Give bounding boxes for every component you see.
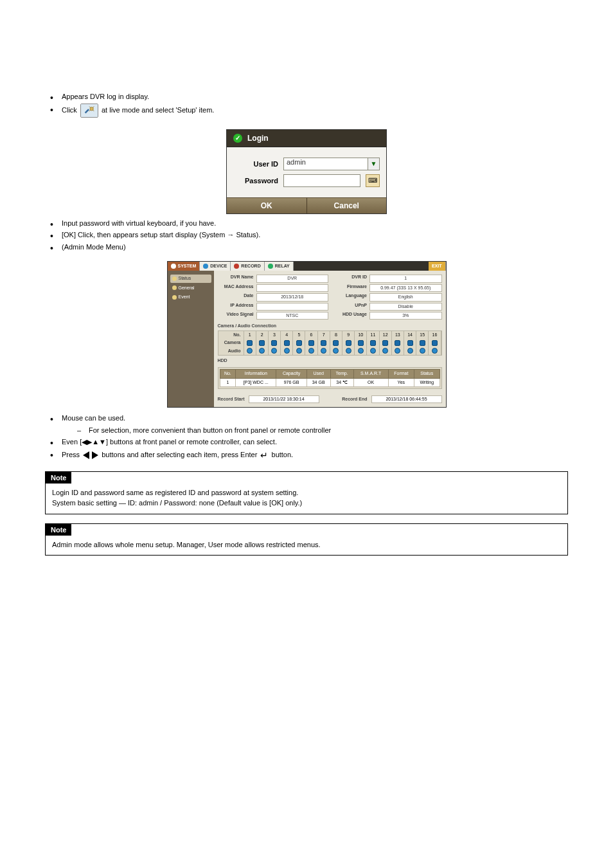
hdd-header-cell: Format bbox=[388, 370, 414, 378]
intro-line-1: Appears DVR log in display. bbox=[50, 91, 568, 102]
video-value: NTSC bbox=[256, 312, 329, 320]
hdd-cell: 976 GB bbox=[276, 378, 306, 386]
login-title-text: Login bbox=[247, 134, 269, 143]
firmware-value: 0.99.47 (33S 13 X 95.65) bbox=[369, 284, 442, 292]
camera-status-icon bbox=[355, 339, 367, 347]
date-label: Date bbox=[218, 293, 256, 301]
mac-value bbox=[256, 284, 329, 292]
hdd-header-cell: Used bbox=[306, 370, 330, 378]
dvr-id-value: 1 bbox=[369, 275, 442, 282]
bullet-icon bbox=[172, 276, 177, 281]
hdd-section-title: HDD bbox=[218, 358, 442, 363]
note-box-2: Note Admin mode allows whole menu setup.… bbox=[45, 523, 568, 556]
hdd-cell: 1 bbox=[220, 378, 236, 386]
camera-table: No. 12345678910111213141516 Camera Audio bbox=[218, 330, 442, 356]
cam-number-row: 12345678910111213141516 bbox=[244, 331, 441, 339]
hdd-data-row: 1[P3] WDC ...976 GB34 GB34 ℃OKYesWriting bbox=[220, 378, 440, 386]
cam-number-cell: 6 bbox=[305, 331, 317, 339]
ok-button[interactable]: OK bbox=[227, 197, 306, 213]
camera-status-icon bbox=[416, 339, 429, 347]
sidebar-item-status[interactable]: Status bbox=[170, 275, 211, 282]
bullet-icon bbox=[172, 295, 177, 300]
hdd-cell: Writing bbox=[414, 378, 440, 386]
post-login-bullets: Input password with virtual keyboard, if… bbox=[45, 218, 568, 253]
dvr-name-value: DVR bbox=[256, 275, 329, 282]
tab-relay[interactable]: RELAY bbox=[265, 262, 294, 271]
hdd-header-row: No.InformationCapacityUsedTemp.S.M.A.R.T… bbox=[220, 370, 440, 378]
language-value: English bbox=[369, 293, 442, 301]
note2-line1: Admin mode allows whole menu setup. Mana… bbox=[52, 539, 561, 550]
system-settings-panel: SYSTEM DEVICE RECORD RELAY EXIT Status bbox=[167, 261, 447, 408]
note-tag: Note bbox=[46, 524, 71, 536]
audio-status-icon bbox=[392, 347, 404, 355]
tab-record[interactable]: RECORD bbox=[231, 262, 264, 271]
trailing-bullets: Mouse can be used. For selection, more c… bbox=[45, 413, 568, 462]
post-login-1: Input password with virtual keyboard, if… bbox=[50, 218, 568, 229]
post-login-3: (Admin Mode Menu) bbox=[50, 242, 568, 253]
hdd-cell: 34 GB bbox=[306, 378, 330, 386]
sidebar-item-general[interactable]: General bbox=[170, 284, 211, 292]
left-right-arrows-icon bbox=[83, 451, 98, 459]
record-start-value: 2013/11/22 18:30:14 bbox=[249, 395, 319, 403]
hdd-header-cell: S.M.A.R.T bbox=[353, 370, 388, 378]
audio-status-icon bbox=[244, 347, 256, 355]
record-end-value: 2013/12/18 06:44:55 bbox=[371, 395, 442, 403]
user-id-label: User ID bbox=[233, 160, 278, 168]
hdd-header-cell: Status bbox=[414, 370, 440, 378]
tab-system[interactable]: SYSTEM bbox=[168, 262, 200, 271]
record-end-label: Record End bbox=[342, 397, 367, 402]
hddusage-value: 3% bbox=[369, 312, 442, 320]
password-input[interactable] bbox=[283, 174, 360, 187]
intro-bullets: Appears DVR log in display. Click at liv… bbox=[45, 91, 568, 118]
camera-status-icon bbox=[293, 339, 305, 347]
cam-number-cell: 7 bbox=[318, 331, 330, 339]
tab-device[interactable]: DEVICE bbox=[200, 262, 231, 271]
audio-status-icon bbox=[342, 347, 355, 355]
ip-value bbox=[256, 303, 329, 311]
virtual-keyboard-icon[interactable]: ⌨ bbox=[366, 174, 380, 187]
audio-status-icon bbox=[318, 347, 330, 355]
setup-tool-icon bbox=[80, 104, 98, 118]
cam-no-label: No. bbox=[218, 331, 244, 339]
cam-number-cell: 15 bbox=[416, 331, 429, 339]
tab-exit[interactable]: EXIT bbox=[429, 262, 446, 271]
check-icon: ✓ bbox=[233, 134, 242, 143]
camera-status-icon bbox=[281, 339, 293, 347]
mac-label: MAC Address bbox=[218, 284, 256, 292]
audio-status-icon bbox=[416, 347, 429, 355]
hdd-cell: Yes bbox=[388, 378, 414, 386]
language-label: Language bbox=[331, 293, 369, 301]
login-dialog: ✓ Login User ID admin ▼ Password ⌨ OK Ca… bbox=[226, 129, 387, 214]
record-range-row: Record Start 2013/11/22 18:30:14 Record … bbox=[218, 395, 442, 403]
ip-label: IP Address bbox=[218, 303, 256, 311]
camera-status-icon bbox=[392, 339, 404, 347]
intro-line-2: Click at live mode and select 'Setup' it… bbox=[50, 104, 568, 118]
hdd-header-cell: No. bbox=[220, 370, 236, 378]
upnp-label: UPnP bbox=[331, 303, 369, 311]
record-start-label: Record Start bbox=[218, 397, 245, 402]
sidebar-item-event[interactable]: Event bbox=[170, 293, 211, 301]
hdd-cell: OK bbox=[353, 378, 388, 386]
audio-status-icon bbox=[404, 347, 416, 355]
dropdown-arrow-icon[interactable]: ▼ bbox=[368, 158, 380, 170]
cancel-button[interactable]: Cancel bbox=[306, 197, 387, 213]
camera-status-icon bbox=[244, 339, 256, 347]
camera-status-icon bbox=[380, 339, 392, 347]
camera-status-icon bbox=[318, 339, 330, 347]
hdd-header-cell: Information bbox=[236, 370, 276, 378]
svg-rect-0 bbox=[81, 104, 97, 117]
login-titlebar: ✓ Login bbox=[227, 130, 386, 147]
camera-status-icon bbox=[404, 339, 416, 347]
side-menu: Status General Event bbox=[168, 271, 214, 407]
user-id-input[interactable]: admin bbox=[283, 158, 368, 170]
audio-status-icon bbox=[429, 347, 441, 355]
audio-status-icon bbox=[380, 347, 392, 355]
hdd-cell: 34 ℃ bbox=[330, 378, 353, 386]
date-value: 2013/12/18 bbox=[256, 293, 329, 301]
hdd-table: No.InformationCapacityUsedTemp.S.M.A.R.T… bbox=[220, 369, 440, 387]
cam-number-cell: 1 bbox=[244, 331, 256, 339]
cam-number-cell: 16 bbox=[429, 331, 441, 339]
dvr-id-label: DVR ID bbox=[331, 275, 369, 282]
camera-status-icon bbox=[269, 339, 281, 347]
hdd-header-cell: Capacity bbox=[276, 370, 306, 378]
